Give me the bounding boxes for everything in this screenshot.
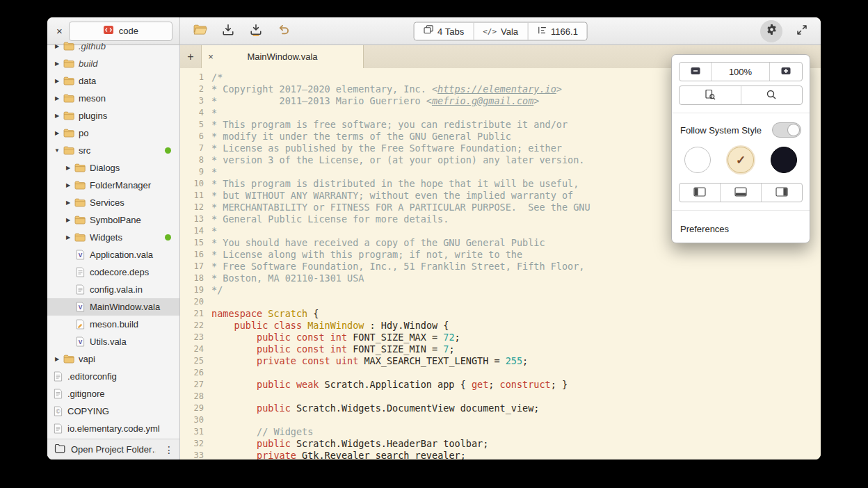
tree-item-foldermanager[interactable]: ▶FolderManager [47, 177, 179, 194]
fullscreen-button[interactable] [791, 21, 812, 42]
expander-closed-icon[interactable]: ▶ [63, 217, 74, 223]
copying-icon: © [51, 406, 64, 416]
tree-item-vapi[interactable]: ▶vapi [47, 350, 179, 368]
save-button[interactable] [216, 21, 240, 42]
undo-button[interactable] [272, 21, 296, 42]
expander-closed-icon[interactable]: ▶ [51, 43, 63, 49]
style-light-button[interactable] [684, 147, 711, 173]
tree-item-label: FolderManager [90, 180, 151, 190]
line-number: 31 [180, 426, 211, 438]
line-number: 30 [180, 414, 211, 426]
code-text: private Gtk.Revealer search_revealer; [211, 450, 466, 459]
expander-closed-icon[interactable]: ▶ [63, 165, 74, 171]
code-line: 26 [180, 367, 821, 379]
tree-item-label: .github [79, 41, 106, 51]
preferences-menu-item[interactable]: Preferences [679, 218, 803, 239]
open-project-folder-label: Open Project Folder… [71, 444, 156, 455]
window-close-button[interactable]: × [56, 26, 63, 36]
settings-button[interactable] [760, 20, 782, 42]
expander-closed-icon[interactable]: ▶ [51, 60, 63, 67]
tree-item-io-elementary-code-yml[interactable]: io.elementary.code.yml [47, 420, 179, 437]
new-tab-button[interactable]: + [180, 45, 201, 68]
tree-item-data[interactable]: ▶data [47, 72, 179, 90]
zoom-level-button[interactable]: 100% [712, 63, 770, 81]
line-number: 17 [180, 261, 211, 273]
tree-item-meson[interactable]: ▶meson [47, 90, 179, 107]
expander-closed-icon[interactable]: ▶ [51, 356, 63, 362]
open-project-folder-button[interactable]: Open Project Folder… ⋮ [47, 439, 179, 459]
tree-item-plugins[interactable]: ▶plugins [47, 107, 179, 124]
tree-item-dialogs[interactable]: ▶Dialogs [47, 159, 179, 177]
tree-item--gitignore[interactable]: .gitignore [47, 385, 179, 402]
code-text: * You should have received a copy of the… [211, 237, 545, 249]
tree-item-symbolpane[interactable]: ▶SymbolPane [47, 211, 179, 229]
code-line: 31 // Widgets [180, 426, 821, 438]
line-number: 33 [180, 450, 211, 459]
tab-title: MainWindow.vala [220, 51, 363, 62]
tab-overview-button[interactable]: 4 Tabs [414, 22, 474, 40]
find-in-page-icon [705, 89, 716, 102]
tree-item-build[interactable]: ▶build [47, 55, 179, 72]
line-number: 6 [180, 131, 211, 143]
open-file-button[interactable] [188, 21, 212, 42]
expander-closed-icon[interactable]: ▶ [51, 130, 63, 136]
line-number: 11 [180, 190, 211, 202]
expander-closed-icon[interactable]: ▶ [51, 78, 63, 84]
tree-item-label: po [79, 128, 88, 138]
style-custom-button[interactable]: ✓ [728, 147, 754, 173]
tree-item-config-vala-in[interactable]: config.vala.in [47, 281, 179, 298]
expander-closed-icon[interactable]: ▶ [63, 234, 74, 241]
zoom-in-button[interactable] [770, 63, 802, 81]
code-line: 29 public Scratch.Widgets.DocumentView d… [180, 402, 821, 414]
search-button[interactable] [741, 86, 803, 104]
folder-open-icon [193, 24, 208, 38]
expander-closed-icon[interactable]: ▶ [63, 200, 74, 206]
search-icon [766, 89, 777, 102]
folder-icon [63, 111, 75, 120]
tree-item-widgets[interactable]: ▶Widgets [47, 229, 179, 246]
tree-item--editorconfig[interactable]: .editorconfig [47, 368, 179, 385]
follow-system-style-switch[interactable] [772, 122, 801, 138]
expander-closed-icon[interactable]: ▶ [51, 95, 63, 101]
code-text: public const int FONT_SIZE_MAX = 72; [211, 332, 460, 343]
tree-item--github[interactable]: ▶.github [47, 38, 179, 55]
tree-item-label: SymbolPane [90, 215, 141, 225]
tree-item-application-vala[interactable]: VApplication.vala [47, 246, 179, 263]
find-in-project-button[interactable] [680, 86, 741, 104]
line-number: 8 [180, 154, 211, 166]
svg-text:©: © [56, 408, 61, 415]
save-as-button[interactable] [244, 21, 268, 42]
line-number: 14 [180, 225, 211, 237]
show-sidebar-button[interactable] [680, 184, 721, 202]
line-number: 22 [180, 320, 211, 332]
tree-item-copying[interactable]: ©COPYING [47, 402, 179, 420]
show-right-panel-button[interactable] [762, 184, 802, 202]
line-number: 23 [180, 332, 211, 343]
line-number: 18 [180, 273, 211, 284]
style-dark-button[interactable] [771, 147, 797, 173]
tree-item-mainwindow-vala[interactable]: VMainWindow.vala [47, 298, 179, 316]
code-line: 32 public Scratch.Widgets.HeaderBar tool… [180, 438, 821, 450]
tree-item-label: COPYING [67, 406, 109, 416]
tab-close-icon[interactable]: × [202, 51, 220, 62]
expander-closed-icon[interactable]: ▶ [51, 113, 63, 119]
tree-item-utils-vala[interactable]: VUtils.vala [47, 333, 179, 350]
tab-mainwindow-vala[interactable]: × MainWindow.vala [201, 45, 364, 68]
tree-item-src[interactable]: ▼src [47, 142, 179, 159]
project-menu-button[interactable]: ⋮ [161, 444, 177, 455]
build-icon [74, 319, 86, 330]
tree-item-codecore-deps[interactable]: codecore.deps [47, 263, 179, 281]
line-number: 32 [180, 438, 211, 450]
line-number: 26 [180, 367, 211, 379]
tree-item-label: vapi [79, 354, 95, 364]
expander-open-icon[interactable]: ▼ [51, 147, 63, 154]
tree-item-po[interactable]: ▶po [47, 124, 179, 142]
tree-item-services[interactable]: ▶Services [47, 194, 179, 211]
tree-item-meson-build[interactable]: meson.build [47, 316, 179, 333]
line-column-button[interactable]: 1166.1 [528, 22, 587, 40]
expander-closed-icon[interactable]: ▶ [63, 182, 74, 188]
zoom-out-button[interactable] [680, 63, 712, 81]
layout-controls [679, 183, 803, 202]
show-bottom-panel-button[interactable] [721, 184, 762, 202]
language-button[interactable]: </> Vala [474, 22, 528, 40]
